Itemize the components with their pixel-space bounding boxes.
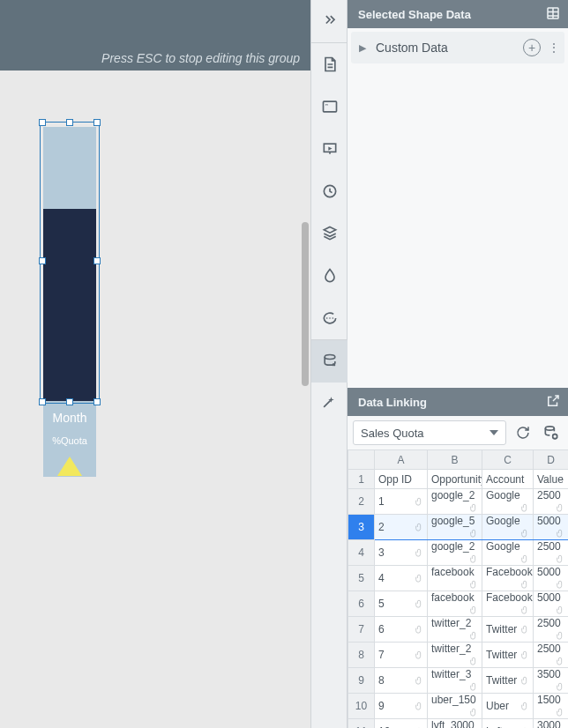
cell[interactable]: 5000 [534, 591, 569, 617]
resize-handle-sw[interactable] [39, 398, 46, 405]
table-row[interactable]: 54facebookFacebook5000 [348, 566, 569, 591]
cell[interactable]: google_2 [428, 489, 482, 515]
collapse-panel-button[interactable] [311, 0, 348, 42]
table-row[interactable]: 109uber_150Uber1500 [348, 694, 569, 719]
table-row[interactable]: 65facebookFacebook5000 [348, 591, 569, 617]
table-row[interactable]: 21google_2Google2500 [348, 489, 569, 515]
data-settings-button[interactable] [540, 421, 563, 444]
cell[interactable]: Twitter [482, 643, 534, 668]
data-table[interactable]: A B C D 1Opp IDOpportunityAccountValue21… [348, 449, 568, 728]
table-row[interactable]: 98twitter_3Twitter3500 [348, 668, 569, 694]
row-number[interactable]: 7 [348, 617, 375, 643]
cell[interactable]: 1 [375, 489, 428, 515]
quote-panel-button[interactable]: ” [311, 85, 348, 128]
cell[interactable]: Facebook [482, 566, 534, 591]
cell[interactable]: 3500 [534, 668, 569, 694]
cell[interactable]: uber_150 [428, 694, 482, 719]
data-source-select[interactable]: Sales Quota [353, 420, 506, 445]
col-header-b[interactable]: B [428, 450, 482, 470]
layers-panel-button[interactable] [311, 212, 348, 255]
cell[interactable]: 5 [375, 591, 428, 617]
add-custom-data-button[interactable]: + [523, 39, 541, 56]
row-number[interactable]: 8 [348, 643, 375, 668]
comments-panel-button[interactable] [311, 297, 348, 339]
cell[interactable]: 1500 [534, 694, 569, 719]
notes-panel-button[interactable] [311, 43, 348, 85]
cell[interactable]: Opp ID [375, 470, 428, 489]
cell[interactable]: 3 [375, 540, 428, 566]
table-row[interactable]: 1Opp IDOpportunityAccountValue [348, 470, 569, 489]
cell[interactable]: 3000 [534, 719, 569, 729]
cell[interactable]: 4 [375, 566, 428, 591]
fill-panel-button[interactable] [311, 255, 348, 297]
cell[interactable]: Value [534, 470, 569, 489]
custom-data-section[interactable]: ▶ Custom Data + ⋮ [351, 32, 564, 63]
resize-handle-w[interactable] [39, 257, 46, 264]
bar-segment-top[interactable] [43, 127, 96, 209]
resize-handle-nw[interactable] [39, 119, 46, 126]
cell[interactable]: twitter_2 [428, 617, 482, 643]
custom-data-menu-icon[interactable]: ⋮ [548, 41, 559, 55]
cell[interactable]: Google [482, 489, 534, 515]
row-number[interactable]: 4 [348, 540, 375, 566]
column-header-row[interactable]: A B C D [348, 450, 569, 470]
resize-handle-s[interactable] [66, 398, 73, 405]
refresh-button[interactable] [512, 421, 534, 444]
cell[interactable]: 2500 [534, 489, 569, 515]
cell[interactable]: 9 [375, 694, 428, 719]
cell[interactable]: facebook [428, 566, 482, 591]
cell[interactable]: twitter_3 [428, 668, 482, 694]
cell[interactable]: 10 [375, 719, 428, 729]
row-number[interactable]: 6 [348, 591, 375, 617]
canvas-scrollbar[interactable] [302, 222, 309, 386]
resize-handle-se[interactable] [93, 398, 101, 405]
cell[interactable]: 7 [375, 643, 428, 668]
table-row[interactable]: 87twitter_2Twitter2500 [348, 643, 569, 668]
data-linking-wand-button[interactable] [310, 388, 348, 416]
cell[interactable]: 8 [375, 668, 428, 694]
cell[interactable]: Facebook [482, 591, 534, 617]
cell[interactable]: Twitter [482, 668, 534, 694]
cell[interactable]: 5000 [534, 566, 569, 591]
cell[interactable]: Google [482, 515, 534, 540]
cell[interactable]: Opportunity [428, 470, 482, 489]
cell[interactable]: 5000 [534, 515, 569, 540]
cell[interactable]: 2500 [534, 643, 569, 668]
canvas[interactable]: Month %Quota [0, 71, 310, 719]
col-header-a[interactable]: A [375, 450, 428, 470]
resize-handle-e[interactable] [93, 257, 101, 264]
resize-handle-ne[interactable] [93, 119, 101, 126]
row-number[interactable]: 11 [348, 719, 375, 729]
history-panel-button[interactable] [311, 170, 348, 212]
shape-data-grid-icon[interactable] [545, 5, 561, 24]
table-row[interactable]: 32google_5Google5000 [348, 515, 569, 540]
row-number[interactable]: 9 [348, 668, 375, 694]
cell[interactable]: 2500 [534, 540, 569, 566]
cell[interactable]: 2500 [534, 617, 569, 643]
col-header-c[interactable]: C [482, 450, 534, 470]
cell[interactable]: facebook [428, 591, 482, 617]
selected-shape-group[interactable]: Month %Quota [43, 123, 96, 477]
cell[interactable]: google_2 [428, 540, 482, 566]
cell[interactable]: 6 [375, 617, 428, 643]
table-row[interactable]: 76twitter_2Twitter2500 [348, 617, 569, 643]
cell[interactable]: lyft_3000 [428, 719, 482, 729]
cell[interactable]: Google [482, 540, 534, 566]
triangle-marker-icon[interactable] [57, 457, 82, 476]
cell[interactable]: google_5 [428, 515, 482, 540]
open-external-icon[interactable] [545, 393, 561, 412]
cell[interactable]: Twitter [482, 617, 534, 643]
row-number[interactable]: 5 [348, 566, 375, 591]
cell[interactable]: twitter_2 [428, 643, 482, 668]
cell[interactable]: Account [482, 470, 534, 489]
col-header-d[interactable]: D [534, 450, 569, 470]
data-sheet[interactable]: A B C D 1Opp IDOpportunityAccountValue21… [348, 449, 568, 728]
cell[interactable]: Uber [482, 694, 534, 719]
data-panel-button[interactable] [311, 340, 348, 383]
row-number[interactable]: 1 [348, 470, 375, 489]
present-panel-button[interactable] [311, 128, 348, 170]
table-row[interactable]: 43google_2Google2500 [348, 540, 569, 566]
table-row[interactable]: 1110lyft_3000Lyft3000 [348, 719, 569, 729]
bar-segment-middle[interactable] [43, 209, 96, 401]
resize-handle-n[interactable] [66, 119, 73, 126]
